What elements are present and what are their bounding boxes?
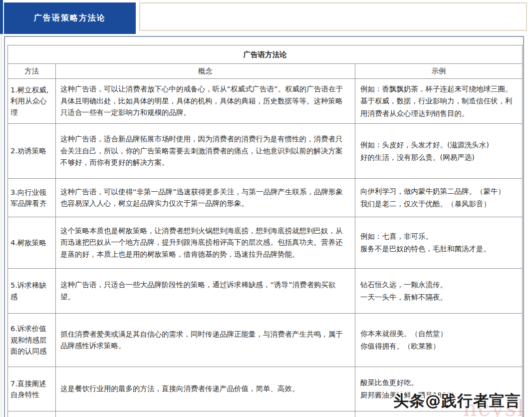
table-row: 1.树立权威,利用从众心理 这种广告语，可以让消费者放下心中的戒备心，听从“权威… (8, 79, 523, 124)
column-header-row: 方法 概念 示例 (8, 64, 523, 79)
method-cell: 6.诉求价值观和情感层面的认同感 (8, 314, 56, 367)
tab-label: 广告语策略方法论 (34, 13, 106, 23)
concept-cell (56, 412, 355, 417)
example-cell: 钻石恒久远，一颗永流传。 一天一头牛，新鲜不隔夜。 (355, 269, 523, 314)
tab-ad-slogan-methodology[interactable]: 广告语策略方法论 (4, 2, 136, 34)
column-header-concept: 概念 (56, 64, 355, 79)
example-cell: 例如：香飘飘奶茶，杯子连起来可绕地球三圈。基于权威，数据，行业影响力，制造信任状… (355, 79, 523, 124)
example-cell: 酸菜比鱼更好吃。 厨邦酱油美味鲜，晒足180天。 (355, 367, 523, 412)
method-cell: 2.劝诱策略 (8, 124, 56, 179)
concept-cell: 抓住消费者爱美或满足其自信心的需求，同时传递品牌正能量，与消费者产生共鸣，属于品… (56, 314, 355, 367)
column-header-example: 示例 (355, 64, 523, 79)
concept-cell: 这种广告语，只适合一些大品牌阶段性的策略，通过诉求稀缺感，“诱导”消费者购买欲望… (56, 269, 355, 314)
method-cell (8, 412, 56, 417)
example-cell: 你本来就很美。（自然堂） 你值得拥有。（欧莱雅） (355, 314, 523, 367)
concept-cell: 这是餐饮行业用的最多的方法，直接向消费者传递产品价值，简单、高效。 (56, 367, 355, 412)
table-row: 4.树敌策略 这个策略本质也是树敌策略，让消费者想到火锅想到海底捞，想到海底捞就… (8, 217, 523, 269)
table-row: 6.诉求价值观和情感层面的认同感 抓住消费者爱美或满足其自信心的需求，同时传递品… (8, 314, 523, 367)
method-cell: 4.树敌策略 (8, 217, 56, 269)
page: 广告语策略方法论 广告语方法论 方法 概念 示例 1.树立权威,利用从众心理 (0, 0, 532, 417)
table-row: 5.诉求稀缺感 这种广告语，只适合一些大品牌阶段性的策略，通过诉求稀缺感，“诱导… (8, 269, 523, 314)
table-row: 3.向行业领军品牌看齐 这种广告语，可以使得“非第一品牌”迅速获得更多关注，与第… (8, 179, 523, 217)
method-cell: 7.直接阐述自身特性 (8, 367, 56, 412)
tab-bar: 广告语策略方法论 (4, 2, 527, 34)
table-row: 2.劝诱策略 这种广告语，适合新品牌拓展市场时使用，因为消费者的消费行为是有惯性… (8, 124, 523, 179)
example-cell: 向伊利学习，做内蒙牛奶第二品牌。（蒙牛） 我们是老二，仅次于优酷。（暴风影音） (355, 179, 523, 217)
tab-bar-empty-area (139, 2, 527, 31)
concept-cell: 这种广告语，适合新品牌拓展市场时使用，因为消费者的消费行为是有惯性的，消费者只会… (56, 124, 355, 179)
example-cell (355, 412, 523, 417)
concept-cell: 这种广告语，可以使得“非第一品牌”迅速获得更多关注，与第一品牌产生联系，品牌形象… (56, 179, 355, 217)
table-title-row: 广告语方法论 (8, 45, 523, 64)
column-header-method: 方法 (8, 64, 56, 79)
page-left-edge-line (1, 0, 1, 417)
left-accent-strip (0, 0, 3, 34)
table-row (8, 412, 523, 417)
methodology-table: 广告语方法论 方法 概念 示例 1.树立权威,利用从众心理 这种广告语，可以让消… (7, 45, 523, 417)
concept-cell: 这种广告语，可以让消费者放下心中的戒备心，听从“权威式广告语”。权威的广告语在于… (56, 79, 355, 124)
example-cell: 例如：头皮好，头发才好。(滋源洗头水) 好的生活，没有那么贵。(网易严选) (355, 124, 523, 179)
method-cell: 1.树立权威,利用从众心理 (8, 79, 56, 124)
table-row: 7.直接阐述自身特性 这是餐饮行业用的最多的方法，直接向消费者传递产品价值，简单… (8, 367, 523, 412)
concept-cell: 这个策略本质也是树敌策略，让消费者想到火锅想到海底捞，想到海底捞就想到巴奴，从而… (56, 217, 355, 269)
method-cell: 5.诉求稀缺感 (8, 269, 56, 314)
method-cell: 3.向行业领军品牌看齐 (8, 179, 56, 217)
table-title: 广告语方法论 (8, 45, 523, 64)
content-frame: 广告语方法论 方法 概念 示例 1.树立权威,利用从众心理 这种广告语，可以让消… (4, 36, 524, 417)
example-cell: 例如：七喜，非可乐。 服务不是巴奴的特色，毛肚和菌汤才是。 (355, 217, 523, 269)
